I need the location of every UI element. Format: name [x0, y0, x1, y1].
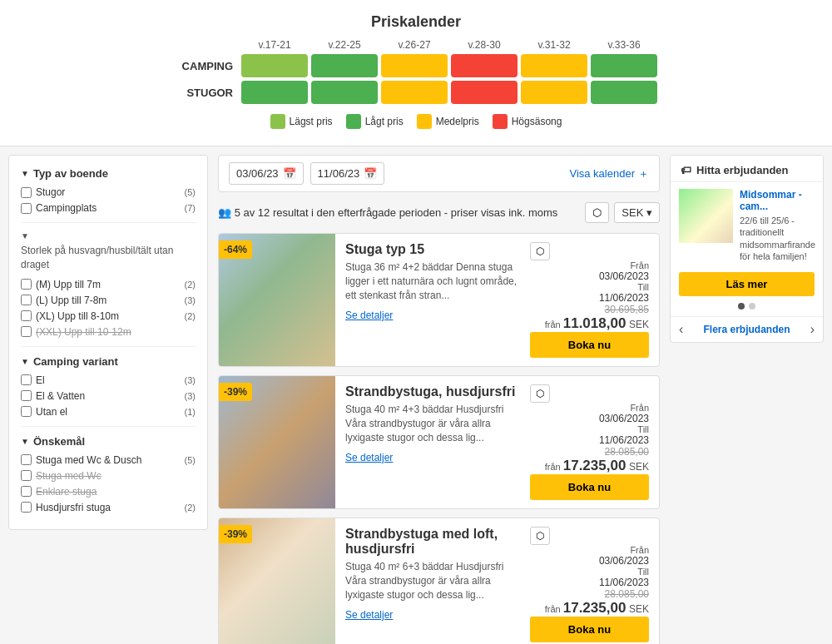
onskemål-item[interactable]: Enklare stuga — [21, 486, 196, 498]
listing-body: Strandbystuga med loft, husdjursfriStuga… — [335, 518, 530, 644]
camping-variant-checkbox[interactable] — [21, 406, 32, 417]
original-price: 28.085,00 — [545, 588, 649, 600]
see-details-link[interactable]: Se detaljer — [345, 452, 393, 463]
book-now-button[interactable]: Boka nu — [530, 617, 649, 642]
legend-label: Medelpris — [436, 116, 479, 127]
onskemål-checkbox[interactable] — [21, 470, 32, 481]
stugor-bar — [381, 81, 448, 104]
listing-image: -39% — [219, 376, 335, 508]
onskemål-title: ▼ Önskemål — [21, 435, 196, 448]
onskemål-item[interactable]: Stuga med Wc — [21, 470, 196, 482]
camping-bar — [381, 54, 448, 77]
camping-variant-checkbox[interactable] — [21, 390, 32, 401]
visa-kalender-button[interactable]: Visa kalender ＋ — [569, 166, 649, 181]
legend-label: Högsäsong — [512, 116, 562, 127]
stugor-bar — [451, 81, 518, 104]
camping-variant-filter-group: El(3)El & Vatten(3)Utan el(1) — [21, 374, 196, 418]
listing-share-button[interactable]: ⬡ — [530, 242, 550, 260]
dots-indicator — [671, 303, 823, 310]
stugor-bar — [591, 81, 657, 104]
stugor-bar — [241, 81, 308, 104]
legend-color — [417, 114, 432, 129]
price-info: Från03/06/2023Till11/06/202330.695,85frå… — [545, 260, 649, 332]
offers-nav-row: ‹ Flera erbjudanden › — [671, 316, 823, 342]
listing-title: Strandbystuga med loft, husdjursfri — [345, 527, 520, 557]
book-now-button[interactable]: Boka nu — [530, 474, 649, 500]
camping-bar — [451, 54, 518, 77]
stugor-checkbox[interactable] — [21, 187, 32, 198]
camping-bar — [521, 54, 587, 77]
listing-image: -64% — [219, 234, 335, 366]
camping-bar — [311, 54, 378, 77]
week-label: v.17-21 — [241, 39, 308, 51]
onskemål-item[interactable]: Stuga med Wc & Dusch(5) — [21, 454, 196, 466]
onskemål-checkbox[interactable] — [21, 454, 32, 465]
campingplats-filter[interactable]: Campingplats (7) — [21, 202, 196, 214]
share-button[interactable]: ⬡ — [585, 202, 609, 223]
listing-description: Stuga 36 m² 4+2 bäddar Denna stuga ligge… — [345, 260, 520, 302]
offer-text: Midsommar - cam... 22/6 till 25/6 - trad… — [740, 189, 815, 262]
camping-variant-title: ▼ Camping variant — [21, 355, 196, 368]
camping-variant-item[interactable]: Utan el(1) — [21, 406, 196, 418]
results-text: 👥 5 av 12 resultat i den efterfrågade pe… — [218, 206, 557, 219]
price-calendar-title: Priskalender — [17, 13, 815, 31]
see-details-link[interactable]: Se detaljer — [345, 609, 393, 621]
offer-title[interactable]: Midsommar - cam... — [740, 189, 815, 212]
storlek-filter-item[interactable]: (M) Upp till 7m(2) — [21, 279, 196, 290]
storlek-checkbox[interactable] — [21, 326, 32, 337]
onskemål-filter-group: Stuga med Wc & Dusch(5)Stuga med WcEnkla… — [21, 454, 196, 513]
legend-item: Lägst pris — [270, 114, 333, 129]
stugor-bar — [311, 81, 378, 104]
stugor-row: STUGOR — [175, 81, 657, 104]
listing-card: -39%Strandbystuga med loft, husdjursfriS… — [218, 518, 660, 644]
listing-price-column: ⬡Från03/06/2023Till11/06/202330.695,85fr… — [530, 234, 659, 366]
camping-variant-item[interactable]: El & Vatten(3) — [21, 390, 196, 402]
listing-image: -39% — [219, 518, 335, 644]
camping-variant-checkbox[interactable] — [21, 374, 32, 385]
date-bar: 03/06/23 📅 11/06/23 📅 Visa kalender ＋ — [218, 155, 660, 192]
week-label: v.33-36 — [591, 39, 657, 51]
offer-desc: 22/6 till 25/6 - traditionellt midsommar… — [740, 215, 815, 262]
to-date-input[interactable]: 11/06/23 📅 — [310, 162, 385, 185]
from-date-input[interactable]: 03/06/23 📅 — [229, 162, 304, 185]
see-details-link[interactable]: Se detaljer — [345, 310, 393, 321]
legend-item: Medelpris — [417, 114, 479, 129]
listing-share-button[interactable]: ⬡ — [530, 384, 550, 403]
price-info: Från03/06/2023Till11/06/202328.085,00frå… — [545, 545, 649, 617]
camping-row: CAMPING — [175, 54, 657, 77]
camping-variant-item[interactable]: El(3) — [21, 374, 196, 386]
camping-label: CAMPING — [175, 60, 241, 72]
stugor-filter[interactable]: Stugor (5) — [21, 186, 196, 198]
campingplats-checkbox[interactable] — [21, 203, 32, 214]
currency-selector[interactable]: SEK ▾ — [614, 202, 660, 223]
discount-badge: -39% — [219, 525, 252, 543]
storlek-checkbox[interactable] — [21, 310, 32, 321]
listing-title: Strandbystuga, husdjursfri — [345, 384, 520, 399]
triangle-small: ▼ — [21, 231, 196, 240]
book-now-button[interactable]: Boka nu — [530, 332, 649, 358]
storlek-checkbox[interactable] — [21, 295, 32, 305]
legend-label: Lägst pris — [290, 116, 333, 127]
legend-item: Högsäsong — [493, 114, 562, 129]
storlek-filter-item[interactable]: (XXL) Upp till 10-12m — [21, 326, 196, 338]
triangle-icon: ▼ — [21, 169, 29, 178]
main-price: 17.235,00 — [563, 600, 626, 616]
week-labels: v.17-21v.22-25v.26-27v.28-30v.31-32v.33-… — [241, 39, 657, 51]
onskemål-checkbox[interactable] — [21, 502, 32, 513]
onskemål-item[interactable]: Husdjursfri stuga(2) — [21, 502, 196, 513]
storlek-filter-item[interactable]: (XL) Upp till 8-10m(2) — [21, 310, 196, 322]
listing-body: Stuga typ 15Stuga 36 m² 4+2 bäddar Denna… — [335, 234, 530, 366]
main-price: 17.235,00 — [563, 458, 626, 473]
listing-share-button[interactable]: ⬡ — [530, 527, 550, 545]
next-offer-button[interactable]: › — [810, 322, 815, 337]
week-label: v.31-32 — [521, 39, 587, 51]
las-mer-button[interactable]: Läs mer — [679, 272, 815, 296]
storlek-checkbox[interactable] — [21, 279, 32, 290]
stugor-label: STUGOR — [175, 87, 241, 99]
onskemål-checkbox[interactable] — [21, 486, 32, 497]
storlek-filter-item[interactable]: (L) Upp till 7-8m(3) — [21, 295, 196, 306]
flera-erbjudanden-button[interactable]: Flera erbjudanden — [703, 324, 790, 335]
prev-offer-button[interactable]: ‹ — [679, 322, 683, 337]
storlek-filter-group: (M) Upp till 7m(2)(L) Upp till 7-8m(3)(X… — [21, 279, 196, 338]
listing-body: Strandbystuga, husdjursfriStuga 40 m² 4+… — [335, 376, 530, 508]
